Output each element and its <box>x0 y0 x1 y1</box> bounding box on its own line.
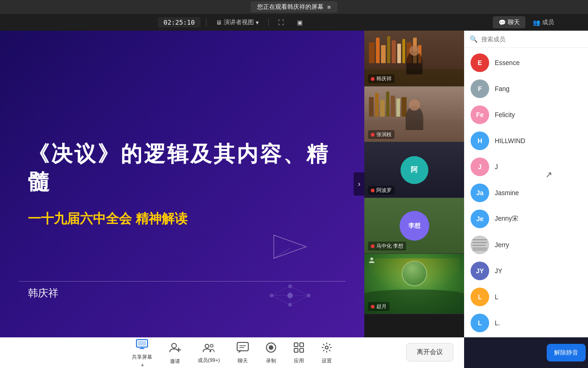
mic-icon-2 <box>371 133 375 137</box>
list-item[interactable]: Je Jenny宋 <box>464 206 588 232</box>
chat-label: 聊天 <box>238 357 248 364</box>
slide-toggle-btn[interactable]: › <box>354 172 364 196</box>
members-btn[interactable]: 成员(99+) <box>190 340 227 367</box>
menu-icon[interactable]: ≡ <box>327 4 331 11</box>
person-icon <box>368 256 375 264</box>
svg-marker-5 <box>274 235 306 258</box>
record-icon <box>265 342 277 356</box>
member-name: Essence <box>495 59 582 66</box>
svg-line-14 <box>290 296 309 305</box>
list-item[interactable]: Ja Jasmine <box>464 180 588 206</box>
list-item[interactable]: L L <box>464 284 588 310</box>
members-icon: 👥 <box>533 19 540 26</box>
search-icon: 🔍 <box>470 35 478 43</box>
svg-point-26 <box>210 344 213 347</box>
svg-rect-33 <box>300 343 304 347</box>
presenter-view-btn[interactable]: 🖥 演讲者视图 ▾ <box>212 17 263 28</box>
svg-line-12 <box>271 286 290 296</box>
member-name: Fang <box>495 85 582 92</box>
presenter-view-label: 演讲者视图 <box>224 18 254 26</box>
mute-all-btn[interactable]: 解除静音 <box>547 344 586 361</box>
share-screen-label: 共享屏幕 <box>132 354 152 361</box>
invite-label: 邀请 <box>170 358 180 365</box>
settings-icon <box>321 342 332 356</box>
svg-rect-21 <box>138 341 146 346</box>
record-btn[interactable]: 录制 <box>258 339 284 367</box>
svg-rect-34 <box>294 348 298 352</box>
mic-icon-5 <box>371 305 375 309</box>
members-list: E Essence F Fang Fe Felicity H HILLWIND <box>464 48 588 337</box>
avatar: JY <box>471 262 489 280</box>
chevron-down-icon: ▾ <box>256 19 259 26</box>
leave-meeting-btn[interactable]: 离开会议 <box>406 343 453 361</box>
avatar: J <box>471 158 489 176</box>
slide-area: 《决议》的逻辑及其内容、精髓 一十九届六中全会 精神解读 韩庆祥 › <box>0 31 364 337</box>
list-item[interactable]: J J <box>464 154 588 180</box>
fullscreen-icon: ⛶ <box>278 19 284 26</box>
toolbar-right: 💬 聊天 👥 成员 <box>464 14 588 31</box>
settings-label: 设置 <box>322 357 332 364</box>
screen-share-notice: 您正在观看韩庆祥的屏幕 ≡ <box>251 1 337 13</box>
invite-btn[interactable]: 邀请 <box>162 339 188 368</box>
share-screen-btn[interactable]: 共享屏幕 ▲ <box>124 336 160 368</box>
svg-rect-27 <box>237 342 248 351</box>
svg-rect-32 <box>294 343 298 347</box>
members-tab[interactable]: 👥 成员 <box>527 16 560 28</box>
video-name-2: 张润枝 <box>368 130 394 139</box>
toolbar-sep-1 <box>206 18 207 26</box>
members-panel: 🔍 E Essence F Fang Fe Felicity H <box>464 31 588 337</box>
deco-line <box>19 281 346 282</box>
meeting-timer: 02:25:10 <box>158 17 200 27</box>
chat-btn[interactable]: 聊天 <box>229 339 256 367</box>
avatar <box>471 236 489 254</box>
video-thumb-1: 韩庆祥 <box>364 31 464 86</box>
slide-subtitle-main: 一十九届六中全会 <box>28 211 132 226</box>
layout-btn[interactable]: ▣ <box>293 18 306 27</box>
apps-btn[interactable]: 应用 <box>286 339 312 367</box>
avatar-3: 阿 <box>401 156 428 184</box>
apps-icon <box>293 342 304 356</box>
main-toolbar: 02:25:10 🖥 演讲者视图 ▾ ⛶ ▣ <box>0 14 464 31</box>
avatar: F <box>471 79 489 98</box>
list-item[interactable]: Jerry <box>464 232 588 258</box>
member-name: Jasmine <box>495 189 582 197</box>
member-name: HILLWIND <box>495 137 582 145</box>
share-screen-icon <box>136 339 148 352</box>
mic-icon-4 <box>371 244 375 248</box>
apps-label: 应用 <box>294 357 304 364</box>
fullscreen-btn[interactable]: ⛶ <box>274 18 288 27</box>
list-item[interactable]: JY JY <box>464 258 588 284</box>
svg-point-36 <box>325 346 328 349</box>
slide-title: 《决议》的逻辑及其内容、精髓 <box>28 140 336 196</box>
member-name: J <box>495 163 582 171</box>
video-name-4: 马中化 李想 <box>368 242 406 250</box>
list-item[interactable]: L L. <box>464 310 588 336</box>
avatar-4: 李想 <box>400 211 429 241</box>
avatar: Ja <box>471 184 489 202</box>
member-search-container: 🔍 <box>464 31 588 48</box>
list-item[interactable]: F Fang <box>464 76 588 102</box>
video-name-5: 赵月 <box>368 302 389 311</box>
chat-tab[interactable]: 💬 聊天 <box>493 16 525 28</box>
list-item[interactable]: H HILLWIND <box>464 128 588 154</box>
slide-subtitle-highlight: 精神解读 <box>136 211 187 226</box>
list-item[interactable]: Fe Felicity <box>464 102 588 128</box>
layout-icon: ▣ <box>297 19 303 26</box>
member-name: Jenny宋 <box>495 215 582 223</box>
list-item[interactable]: E Essence <box>464 50 588 76</box>
share-up-arrow: ▲ <box>140 362 145 367</box>
svg-point-31 <box>269 345 273 350</box>
video-thumb-5: 赵月 <box>364 254 464 314</box>
member-name: L. <box>495 319 582 327</box>
record-label: 录制 <box>266 357 276 364</box>
avatar: L <box>471 314 489 332</box>
video-name-1: 韩庆祥 <box>368 74 394 83</box>
svg-point-25 <box>205 344 209 348</box>
video-panel: 韩庆祥 张润枝 阿 <box>364 31 464 337</box>
member-search-input[interactable] <box>481 36 582 43</box>
svg-point-22 <box>172 343 176 348</box>
chat-icon: 💬 <box>498 19 506 26</box>
chat-label: 聊天 <box>508 18 520 26</box>
settings-btn[interactable]: 设置 <box>314 339 340 367</box>
video-name-3: 阿波罗 <box>368 186 394 195</box>
